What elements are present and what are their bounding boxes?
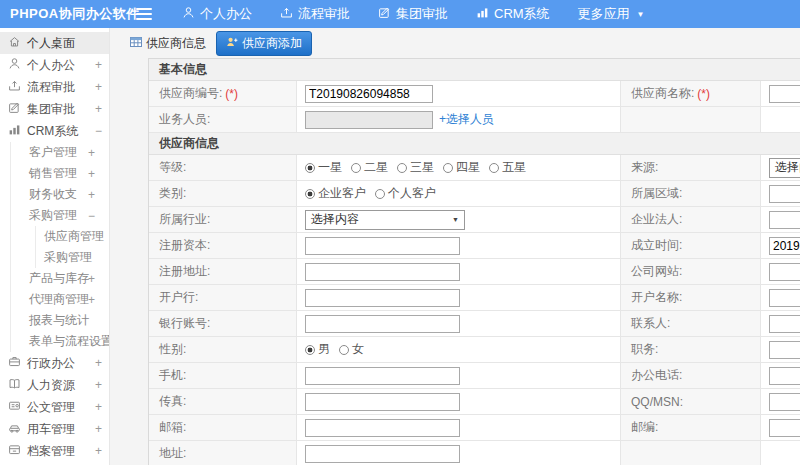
sidebar-item-workflow-approval[interactable]: 流程审批 + bbox=[0, 76, 109, 98]
expand-plus-icon[interactable]: + bbox=[88, 272, 95, 286]
qq-msn-input[interactable] bbox=[769, 393, 800, 411]
expand-plus-icon[interactable]: + bbox=[95, 378, 102, 392]
radio-icon bbox=[489, 163, 499, 173]
sidebar-item-agent-management[interactable]: 代理商管理 + bbox=[11, 289, 109, 310]
radio-option[interactable]: 个人客户 bbox=[375, 185, 436, 202]
nav-item-crm-system[interactable]: CRM系统 bbox=[462, 0, 564, 28]
email-input[interactable] bbox=[305, 419, 460, 437]
registered-address-input[interactable] bbox=[305, 263, 460, 281]
radio-option[interactable]: 二星 bbox=[351, 159, 388, 176]
expand-plus-icon[interactable]: + bbox=[95, 422, 102, 436]
radio-icon bbox=[351, 163, 361, 173]
tab-supplier-add[interactable]: 供应商添加 bbox=[216, 31, 312, 56]
bank-account-input[interactable] bbox=[305, 315, 460, 333]
field-label: 所属区域: bbox=[631, 185, 682, 202]
sidebar-item-archive-management[interactable]: 档案管理 + bbox=[0, 440, 109, 462]
account-name-input[interactable] bbox=[769, 289, 800, 307]
sidebar-item-supplier-management[interactable]: 供应商管理 bbox=[36, 226, 109, 247]
collapse-minus-icon[interactable]: − bbox=[88, 209, 95, 223]
expand-plus-icon[interactable]: + bbox=[95, 356, 102, 370]
form-row-registered-capital: 注册资本: 成立时间: bbox=[149, 233, 800, 259]
hamburger-menu-icon[interactable] bbox=[136, 5, 152, 23]
sidebar-item-crm-system[interactable]: CRM系统 − bbox=[0, 120, 109, 142]
founding-date-input[interactable] bbox=[769, 237, 800, 255]
sidebar-item-purchase-management[interactable]: 采购管理 − bbox=[11, 205, 109, 226]
expand-plus-icon[interactable]: + bbox=[88, 146, 95, 160]
form-row-category: 类别: 企业客户 个人客户 所属区域: bbox=[149, 181, 800, 207]
document-card-icon bbox=[8, 399, 27, 415]
form-row-registered-address: 注册地址: 公司网站: bbox=[149, 259, 800, 285]
radio-icon bbox=[443, 163, 453, 173]
job-title-input[interactable] bbox=[769, 341, 800, 359]
sidebar-item-purchasing[interactable]: 采购管理 bbox=[36, 247, 109, 268]
sidebar-item-personal-desktop[interactable]: 个人桌面 bbox=[0, 32, 109, 54]
address-input[interactable] bbox=[305, 445, 460, 463]
sidebar-item-administration[interactable]: 行政办公 + bbox=[0, 352, 109, 374]
sidebar-item-finance[interactable]: 财务收支 + bbox=[11, 184, 109, 205]
expand-plus-icon[interactable]: + bbox=[95, 80, 102, 94]
field-label: 供应商编号: bbox=[159, 85, 222, 102]
nav-item-more-apps[interactable]: 更多应用 ▼ bbox=[564, 0, 659, 28]
sidebar-item-vehicle-management[interactable]: 用车管理 + bbox=[0, 418, 109, 440]
sidebar-item-form-flow-settings[interactable]: 表单与流程设置+ bbox=[11, 331, 109, 352]
sidebar-item-group-approval[interactable]: 集团审批 + bbox=[0, 98, 109, 120]
radio-option[interactable]: 男 bbox=[305, 341, 330, 358]
radio-option[interactable]: 五星 bbox=[489, 159, 526, 176]
sidebar-item-product-inventory[interactable]: 产品与库存 + bbox=[11, 268, 109, 289]
radio-selected-icon bbox=[305, 189, 315, 199]
bank-input[interactable] bbox=[305, 289, 460, 307]
region-input[interactable] bbox=[769, 185, 800, 203]
sidebar-item-reports-statistics[interactable]: 报表与统计 bbox=[11, 310, 109, 331]
sidebar-item-customer-management[interactable]: 客户管理 + bbox=[11, 142, 109, 163]
legal-person-input[interactable] bbox=[769, 211, 800, 229]
fax-input[interactable] bbox=[305, 393, 460, 411]
expand-plus-icon[interactable]: + bbox=[88, 167, 95, 181]
tab-supplier-info[interactable]: 供应商信息 bbox=[130, 35, 206, 52]
industry-select[interactable]: 选择内容▼ bbox=[305, 210, 465, 230]
field-label: 地址: bbox=[159, 445, 186, 462]
collapse-minus-icon[interactable]: − bbox=[95, 124, 102, 138]
sidebar-item-human-resources[interactable]: 人力资源 + bbox=[0, 374, 109, 396]
expand-plus-icon[interactable]: + bbox=[95, 444, 102, 458]
radio-option[interactable]: 女 bbox=[339, 341, 364, 358]
supplier-add-form: 基本信息 供应商编号: (*) 供应商名称: (*) bbox=[148, 58, 800, 465]
book-icon bbox=[8, 377, 27, 393]
postcode-input[interactable] bbox=[769, 419, 800, 437]
upload-icon bbox=[8, 79, 27, 95]
company-website-input[interactable] bbox=[769, 263, 800, 281]
radio-option[interactable]: 一星 bbox=[305, 159, 342, 176]
field-label: 成立时间: bbox=[631, 237, 682, 254]
choose-person-link[interactable]: +选择人员 bbox=[439, 111, 494, 128]
caret-down-icon: ▼ bbox=[637, 10, 645, 19]
supplier-name-input[interactable] bbox=[769, 85, 800, 103]
sidebar-item-sales-management[interactable]: 销售管理 + bbox=[11, 163, 109, 184]
field-label: 传真: bbox=[159, 393, 186, 410]
mobile-input[interactable] bbox=[305, 367, 460, 385]
sidebar-item-document-management[interactable]: 公文管理 + bbox=[0, 396, 109, 418]
bar-chart-icon bbox=[8, 123, 27, 139]
expand-plus-icon[interactable]: + bbox=[95, 58, 102, 72]
home-icon bbox=[8, 35, 27, 51]
field-label: 等级: bbox=[159, 159, 186, 176]
section-title-supplier-info: 供应商信息 bbox=[149, 133, 800, 155]
nav-item-group-approval[interactable]: 集团审批 bbox=[364, 0, 462, 28]
field-label: 类别: bbox=[159, 185, 186, 202]
radio-option[interactable]: 企业客户 bbox=[305, 185, 366, 202]
office-phone-input[interactable] bbox=[769, 367, 800, 385]
contact-person-input[interactable] bbox=[769, 315, 800, 333]
source-select[interactable]: 选择内容▼ bbox=[769, 158, 800, 178]
supplier-code-input[interactable] bbox=[305, 85, 433, 103]
radio-option[interactable]: 四星 bbox=[443, 159, 480, 176]
expand-plus-icon[interactable]: + bbox=[95, 400, 102, 414]
nav-item-workflow-approval[interactable]: 流程审批 bbox=[266, 0, 364, 28]
registered-capital-input[interactable] bbox=[305, 237, 460, 255]
sidebar-item-personal-office[interactable]: 个人办公 + bbox=[0, 54, 109, 76]
expand-plus-icon[interactable]: + bbox=[95, 102, 102, 116]
radio-option[interactable]: 三星 bbox=[397, 159, 434, 176]
required-marker: (*) bbox=[697, 87, 710, 101]
business-person-input[interactable] bbox=[305, 111, 433, 129]
nav-item-personal-office[interactable]: 个人办公 bbox=[168, 0, 266, 28]
edit-icon bbox=[8, 101, 27, 117]
expand-plus-icon[interactable]: + bbox=[88, 293, 95, 307]
expand-plus-icon[interactable]: + bbox=[88, 188, 95, 202]
